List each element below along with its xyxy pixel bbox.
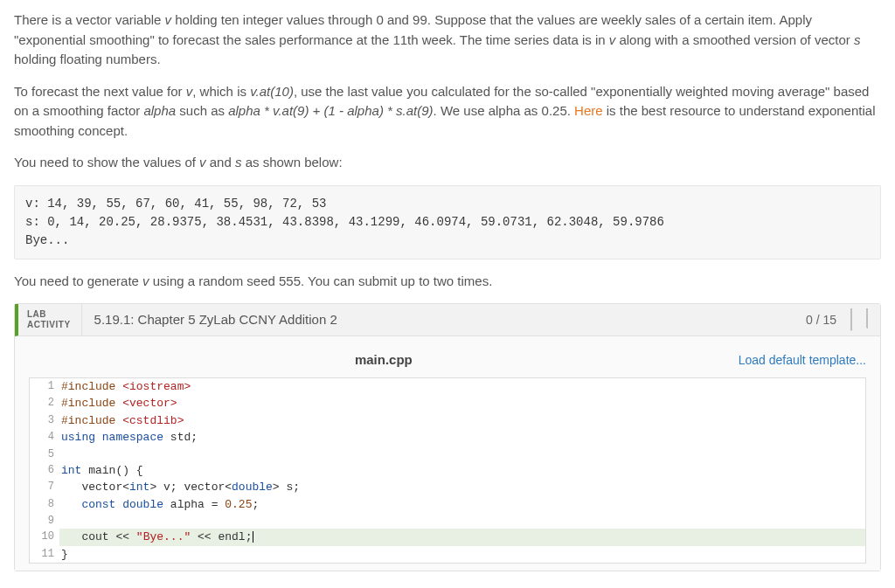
example-output: v: 14, 39, 55, 67, 60, 41, 55, 98, 72, 5…	[14, 185, 881, 259]
lab-header: LAB ACTIVITY 5.19.1: Chapter 5 ZyLab CCN…	[15, 304, 880, 336]
lab-badge: LAB ACTIVITY	[18, 304, 82, 336]
bookmark-icon[interactable]	[845, 304, 880, 336]
lab-score: 0 / 15	[797, 304, 845, 336]
var-v: v	[165, 12, 172, 27]
paragraph-2: To forecast the next value for v, which …	[14, 82, 881, 142]
here-link[interactable]: Here	[574, 103, 603, 118]
paragraph-3: You need to show the values of v and s a…	[14, 153, 881, 173]
editor-area: main.cpp Load default template... 1#incl…	[15, 336, 880, 571]
var-s: s	[854, 32, 861, 47]
code-editor[interactable]: 1#include <iostream> 2#include <vector> …	[29, 377, 866, 564]
lab-title: 5.19.1: Chapter 5 ZyLab CCNY Addition 2	[82, 304, 797, 336]
editor-toolbar: main.cpp Load default template...	[29, 350, 866, 370]
paragraph-1: There is a vector variable v holding ten…	[14, 10, 881, 70]
editor-filename: main.cpp	[29, 350, 739, 370]
text-cursor	[253, 531, 253, 543]
load-default-template-link[interactable]: Load default template...	[739, 351, 866, 370]
main-content: There is a vector variable v holding ten…	[14, 10, 881, 571]
paragraph-4: You need to generate v using a random se…	[14, 272, 881, 292]
lab-activity-card: LAB ACTIVITY 5.19.1: Chapter 5 ZyLab CCN…	[14, 303, 881, 571]
